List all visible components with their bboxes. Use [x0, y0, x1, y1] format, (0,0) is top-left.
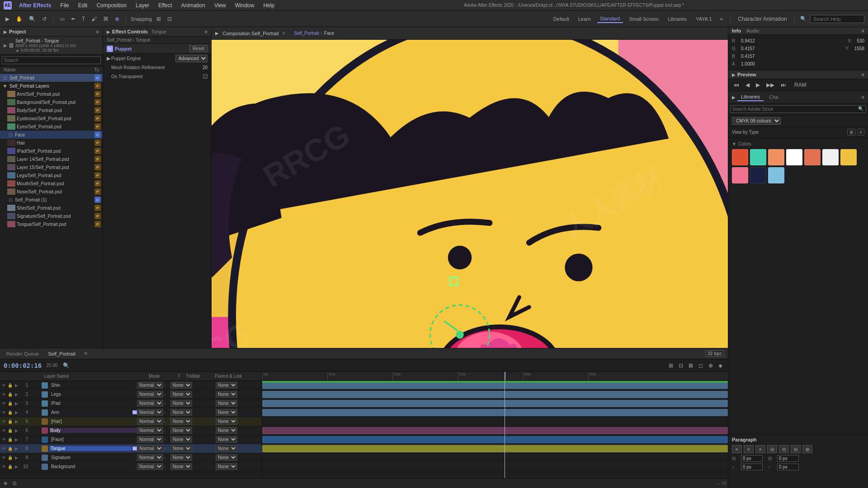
visibility-7[interactable]: 👁: [1, 437, 6, 442]
project-item-layer14[interactable]: Layer 14/Self_Portrait.psd P: [0, 155, 103, 163]
parent-select-2[interactable]: None: [216, 391, 237, 398]
align-justify-left-btn[interactable]: ⊟: [767, 445, 777, 453]
project-panel-menu[interactable]: ≡: [96, 29, 99, 34]
tl-search-btn[interactable]: 🔍: [61, 361, 71, 370]
tl-btn6[interactable]: ◈: [717, 361, 724, 370]
tl-close-btn[interactable]: ✕: [84, 351, 88, 357]
indent-after-input[interactable]: [777, 455, 799, 462]
lib-tab-libraries[interactable]: Libraries: [737, 93, 764, 101]
space-after-input[interactable]: [777, 464, 799, 470]
ec-reset-btn[interactable]: Reset: [189, 45, 208, 52]
align-left-btn[interactable]: ≡: [732, 445, 742, 453]
parent-select-6[interactable]: None: [216, 427, 237, 434]
expand-6[interactable]: ▶: [14, 428, 19, 433]
tab-libraries[interactable]: Libraries: [665, 15, 689, 23]
mode-select-1[interactable]: Normal: [137, 382, 163, 389]
trkmat-select-8[interactable]: None: [170, 445, 192, 452]
project-item-legs[interactable]: Legs/Self_Portrait.psd P: [0, 171, 103, 179]
project-item-ipad[interactable]: IPad/Self_Portrait.psd P: [0, 147, 103, 155]
menu-view[interactable]: View: [212, 1, 228, 9]
info-panel-menu[interactable]: ≡: [862, 28, 864, 33]
bar-8[interactable]: [262, 445, 728, 452]
space-before-input[interactable]: [741, 464, 763, 470]
visibility-9[interactable]: 👁: [1, 455, 6, 460]
lib-dropdown[interactable]: CMYK 08 colours: [732, 117, 781, 125]
lock-1[interactable]: 🔒: [7, 383, 13, 388]
layer-name-10[interactable]: Background: [49, 464, 137, 469]
bar-4[interactable]: [262, 409, 728, 416]
bar-3[interactable]: [262, 400, 728, 407]
tab-yaya[interactable]: YAYA 1: [693, 15, 714, 23]
align-justify-center-btn[interactable]: ⊟: [779, 445, 789, 453]
lock-5[interactable]: 🔒: [7, 419, 13, 424]
tl-btn5[interactable]: ⊕: [707, 361, 715, 370]
project-item-eyes[interactable]: Eyes/Self_Portrait.psd P: [0, 122, 103, 131]
tl-bottom-btn1[interactable]: ⊕: [2, 480, 9, 487]
tool-puppet[interactable]: ⊕: [113, 15, 121, 23]
trkmat-select-2[interactable]: None: [170, 391, 192, 398]
tool-zoom[interactable]: 🔍: [27, 15, 38, 23]
color-chip-4[interactable]: [804, 149, 821, 165]
preview-first-btn[interactable]: ⏮: [732, 81, 741, 89]
project-item-bg[interactable]: Background/Self_Portrait.psd P: [0, 98, 103, 106]
color-chip-3[interactable]: [786, 149, 802, 165]
lock-7[interactable]: 🔒: [7, 437, 13, 442]
project-item-self-portrait[interactable]: ⬡ Self_Portrait C: [0, 74, 103, 82]
layer-name-8[interactable]: Tongue: [49, 446, 132, 451]
visibility-4[interactable]: 👁: [1, 410, 6, 415]
parent-select-5[interactable]: None: [216, 418, 237, 425]
expand-7[interactable]: ▶: [14, 437, 19, 442]
color-chip-7[interactable]: [732, 167, 748, 183]
menu-composition[interactable]: Composition: [94, 1, 128, 9]
work-area-bar[interactable]: [262, 381, 728, 383]
lock-2[interactable]: 🔒: [7, 392, 13, 397]
bar-1[interactable]: [262, 382, 728, 389]
trkmat-select-7[interactable]: None: [170, 436, 192, 443]
info-tab[interactable]: Info: [732, 28, 741, 33]
layer-name-2[interactable]: Legs: [49, 392, 137, 397]
lock-6[interactable]: 🔒: [7, 428, 13, 433]
parent-select-3[interactable]: None: [216, 400, 237, 407]
bar-2[interactable]: [262, 391, 728, 398]
lock-4[interactable]: 🔒: [7, 410, 13, 415]
mode-select-7[interactable]: Normal: [137, 436, 163, 443]
tl-btn1[interactable]: ⊞: [667, 361, 675, 370]
project-item-layer15[interactable]: Layer 15/Self_Portrait.psd P: [0, 163, 103, 171]
menu-animation[interactable]: Animation: [179, 1, 207, 9]
align-right-btn[interactable]: ≡: [755, 445, 765, 453]
tl-btn3[interactable]: ⊠: [687, 361, 695, 370]
bar-6[interactable]: [262, 427, 728, 434]
color-chip-8[interactable]: [750, 167, 766, 183]
trkmat-select-3[interactable]: None: [170, 400, 192, 407]
layer-name-5[interactable]: [Hair]: [49, 419, 137, 424]
indent-before-input[interactable]: [741, 455, 763, 462]
expand-4[interactable]: ▶: [14, 410, 19, 415]
expand-2[interactable]: ▶: [14, 392, 19, 397]
tl-btn4[interactable]: ◻: [697, 361, 705, 370]
trkmat-select-9[interactable]: None: [170, 454, 192, 461]
tool-hand[interactable]: ✋: [14, 15, 24, 23]
project-item-face[interactable]: ⬡ Face C: [0, 131, 103, 139]
bpc-label[interactable]: 32 bpc: [705, 350, 724, 357]
tab-learn[interactable]: Learn: [576, 15, 594, 23]
ec-effect-name[interactable]: Puppet: [115, 46, 132, 52]
visibility-8[interactable]: 👁: [1, 446, 6, 451]
preview-last-btn[interactable]: ⏭: [779, 81, 788, 89]
project-item-nose[interactable]: Nose/Self_Portrait.psd P: [0, 188, 103, 196]
menu-effect[interactable]: Effect: [156, 1, 174, 9]
tab-standard[interactable]: Standard: [597, 15, 623, 23]
mode-select-2[interactable]: Normal: [137, 391, 163, 398]
menu-file[interactable]: File: [58, 1, 71, 9]
project-item-shin[interactable]: Shin/Self_Portrait.psd P: [0, 204, 103, 212]
align-justify-right-btn[interactable]: ⊟: [791, 445, 801, 453]
parent-select-9[interactable]: None: [216, 454, 237, 461]
parent-select-10[interactable]: None: [216, 463, 237, 470]
tool-clone[interactable]: ⌘: [101, 15, 110, 23]
audio-tab[interactable]: Audio: [746, 28, 759, 33]
breadcrumb-comp[interactable]: Self_Portrait: [294, 31, 319, 36]
layer-name-3[interactable]: IPad: [49, 401, 137, 406]
menu-window[interactable]: Window: [233, 1, 256, 9]
align-center-btn[interactable]: ≡: [744, 445, 754, 453]
playhead[interactable]: [505, 372, 505, 380]
view-list-btn[interactable]: ≡: [857, 129, 864, 136]
